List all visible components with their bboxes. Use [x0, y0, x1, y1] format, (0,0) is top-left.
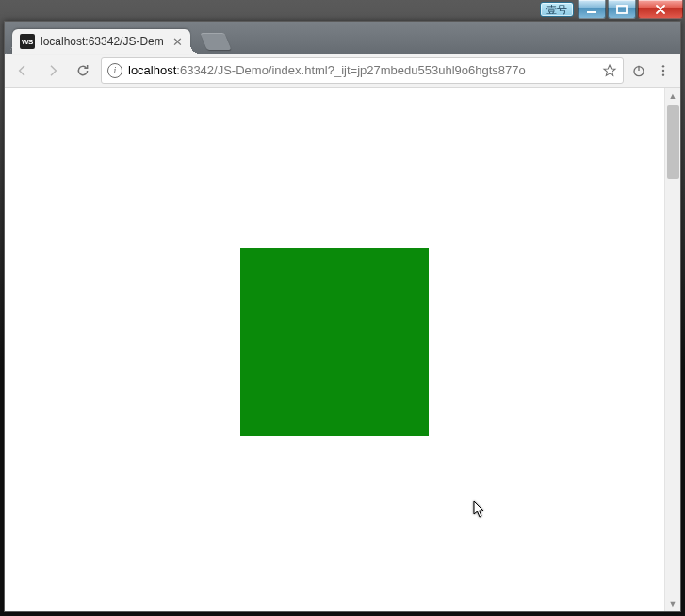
chrome-menu-button[interactable]	[656, 63, 671, 78]
url-host: localhost	[128, 63, 176, 77]
nav-forward-button[interactable]	[41, 58, 65, 83]
page-content[interactable]	[5, 88, 664, 611]
address-bar[interactable]: i localhost:63342/JS-Demo/index.html?_ij…	[101, 57, 624, 84]
reload-icon	[75, 63, 90, 78]
page-viewport: ▲ ▼	[5, 88, 680, 611]
power-icon	[631, 63, 646, 78]
tab-strip: WS localhost:63342/JS-Dem ✕	[5, 22, 680, 54]
toolbar-right	[629, 63, 675, 78]
tab-title: localhost:63342/JS-Dem	[41, 35, 164, 48]
dots-vertical-icon	[656, 63, 671, 78]
url-text: localhost:63342/JS-Demo/index.html?_ijt=…	[128, 63, 596, 77]
scroll-down-button[interactable]: ▼	[665, 595, 680, 611]
tab-favicon: WS	[20, 34, 35, 49]
window-profile-label: 壹号	[540, 2, 574, 17]
bookmark-star-button[interactable]	[602, 63, 617, 78]
green-box	[240, 248, 429, 436]
browser-window: WS localhost:63342/JS-Dem ✕ i localhost:…	[4, 21, 681, 612]
window-close-button[interactable]	[638, 0, 683, 19]
arrow-left-icon	[15, 63, 30, 78]
svg-rect-1	[617, 6, 627, 13]
new-tab-button[interactable]	[200, 33, 231, 50]
svg-point-4	[662, 69, 664, 71]
svg-point-5	[662, 73, 664, 75]
vertical-scrollbar[interactable]: ▲ ▼	[664, 88, 680, 611]
window-maximize-button[interactable]	[608, 0, 636, 19]
browser-toolbar: i localhost:63342/JS-Demo/index.html?_ij…	[5, 54, 680, 88]
extension-power-button[interactable]	[631, 63, 646, 78]
window-minimize-button[interactable]	[578, 0, 606, 19]
arrow-right-icon	[45, 63, 60, 78]
svg-point-3	[662, 65, 664, 67]
svg-rect-0	[587, 11, 596, 13]
nav-back-button[interactable]	[10, 58, 35, 83]
star-icon	[602, 63, 617, 78]
nav-reload-button[interactable]	[71, 58, 95, 83]
browser-tab[interactable]: WS localhost:63342/JS-Dem ✕	[12, 29, 190, 54]
window-caption: 壹号	[540, 0, 685, 21]
url-path: :63342/JS-Demo/index.html?_ijt=jp27mbedu…	[176, 63, 525, 77]
scroll-thumb[interactable]	[667, 105, 679, 179]
tab-close-button[interactable]: ✕	[171, 35, 185, 48]
site-info-icon[interactable]: i	[107, 63, 122, 78]
scroll-up-button[interactable]: ▲	[665, 88, 680, 104]
desktop: 壹号 WS localhost:63342/JS-Dem ✕	[0, 0, 685, 616]
